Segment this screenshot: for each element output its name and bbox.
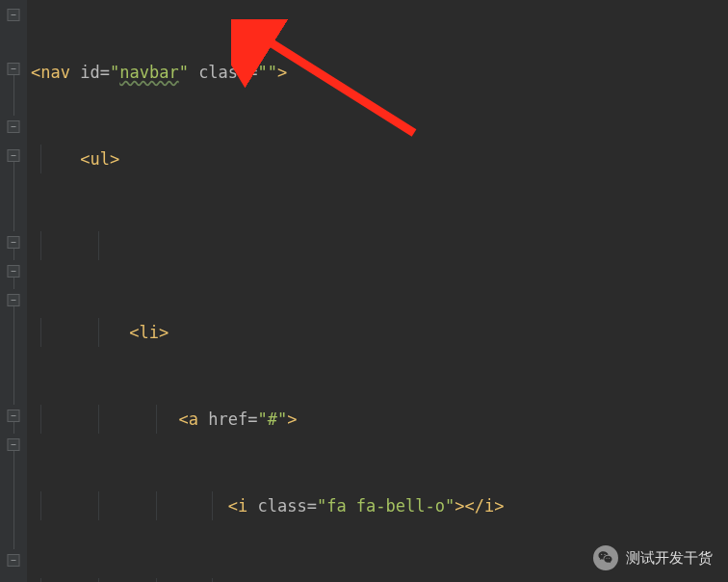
fold-marker-icon[interactable] (8, 294, 20, 306)
fold-marker-icon[interactable] (8, 149, 20, 162)
code-line[interactable] (31, 231, 724, 260)
gutter (0, 0, 27, 582)
code-editor[interactable]: <nav id="navbar" class=""> <ul> <li> <a … (0, 0, 728, 582)
fold-marker-icon[interactable] (8, 120, 20, 133)
fold-marker-icon[interactable] (8, 9, 20, 21)
fold-marker-icon[interactable] (8, 63, 20, 75)
fold-marker-icon[interactable] (8, 265, 20, 278)
fold-marker-icon[interactable] (8, 410, 20, 422)
watermark-label: 测试开发干货 (626, 549, 713, 568)
code-line[interactable]: <ul> (31, 145, 724, 173)
fold-marker-icon[interactable] (8, 236, 20, 249)
fold-marker-icon[interactable] (8, 554, 20, 567)
wechat-icon (593, 545, 618, 570)
watermark: 测试开发干货 (593, 545, 713, 570)
code-area[interactable]: <nav id="navbar" class=""> <ul> <li> <a … (27, 0, 728, 582)
code-line[interactable]: <i class="fa fa-bell-o"></i> (31, 491, 724, 520)
code-line[interactable]: <a href="#"> (31, 405, 724, 434)
fold-marker-icon[interactable] (8, 438, 20, 451)
code-line[interactable]: <li> (31, 318, 724, 347)
code-line[interactable]: <nav id="navbar" class=""> (31, 58, 724, 87)
code-line[interactable]: 项目管理 (31, 578, 724, 582)
